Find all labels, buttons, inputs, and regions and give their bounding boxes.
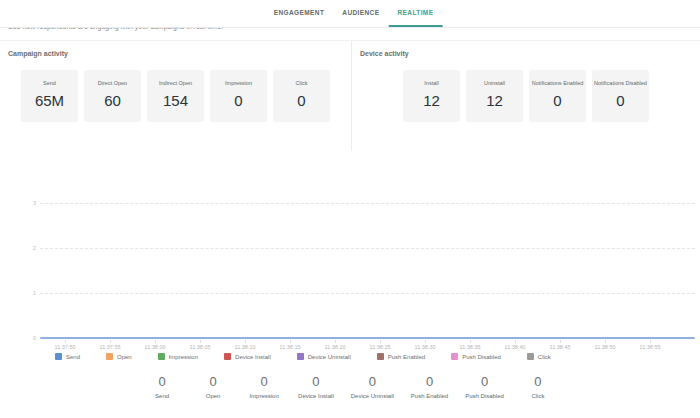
x-tick-mark-9 [470,340,471,343]
campaign-card-impression: Impression0 [210,70,267,122]
card-label-impression: Impression [210,80,267,86]
stat-value-device-uninstall: 0 [351,374,394,389]
live-engagement-page: ENGAGEMENTAUDIENCEREALTIME LIVE ENGAGEME… [0,0,700,418]
legend-swatch-push-disabled [451,353,458,360]
card-value-click: 0 [273,92,330,109]
device-card-uninstall: Uninstall12 [466,70,523,122]
stat-open: 0Open [196,374,230,399]
x-tick-mark-10 [515,340,516,343]
stat-value-push-disabled: 0 [465,374,504,389]
y-gridline-1 [40,293,695,294]
card-value-direct-open: 60 [84,92,141,109]
legend-item-push-disabled[interactable]: Push Disabled [451,353,501,360]
x-tick-mark-11 [560,340,561,343]
legend-item-send[interactable]: Send [55,353,80,360]
x-tick-label-8: 11:38:30 [414,344,435,350]
card-value-install: 12 [403,92,460,109]
device-card-install: Install12 [403,70,460,122]
x-tick-label-2: 11:38:00 [144,344,165,350]
legend-swatch-push-enabled [377,353,384,360]
x-tick-label-0: 11:37:50 [54,344,75,350]
legend-item-impression[interactable]: Impression [158,353,198,360]
x-tick-label-5: 11:38:15 [279,344,300,350]
totals-row: 0Send0Open0Impression0Device Install0Dev… [0,374,700,399]
stat-value-send: 0 [145,374,179,389]
legend-label-click: Click [538,354,551,360]
x-tick-label-13: 11:38:55 [639,344,660,350]
card-value-send: 65M [21,92,78,109]
legend-item-push-enabled[interactable]: Push Enabled [377,353,425,360]
stat-label-send: Send [145,393,179,399]
tab-bar: ENGAGEMENTAUDIENCEREALTIME [0,0,700,28]
card-label-install: Install [403,80,460,86]
device-card-notifications-enabled: Notifications Enabled0 [529,70,586,122]
campaign-card-click: Click0 [273,70,330,122]
stat-device-uninstall: 0Device Uninstall [351,374,394,399]
legend-label-open: Open [117,354,132,360]
tab-audience[interactable]: AUDIENCE [333,0,388,27]
x-tick-mark-8 [425,340,426,343]
campaign-card-send: Send65M [21,70,78,122]
x-tick-label-7: 11:38:25 [369,344,390,350]
campaign-activity-title: Campaign activity [8,50,351,57]
x-tick-label-9: 11:38:35 [459,344,480,350]
legend-label-impression: Impression [169,354,198,360]
x-tick-label-6: 11:38:20 [324,344,345,350]
x-tick-label-12: 11:38:50 [594,344,615,350]
stat-device-install: 0Device Install [298,374,334,399]
campaign-card-direct-open: Direct Open60 [84,70,141,122]
chart-legend: SendOpenImpressionDevice InstallDevice U… [55,353,551,360]
legend-swatch-impression [158,353,165,360]
stat-impression: 0Impression [247,374,281,399]
x-tick-mark-2 [155,340,156,343]
stat-label-open: Open [196,393,230,399]
y-tick-label-1: 1 [24,290,36,296]
card-value-uninstall: 12 [466,92,523,109]
stat-value-device-install: 0 [298,374,334,389]
device-card-notifications-disabled: Notifications Disabled0 [592,70,649,122]
card-label-notifications-enabled: Notifications Enabled [529,80,586,86]
x-tick-mark-12 [605,340,606,343]
y-gridline-2 [40,248,695,249]
x-tick-mark-6 [335,340,336,343]
card-label-indirect-open: Indirect Open [147,80,204,86]
y-tick-label-0: 0 [24,335,36,341]
legend-item-device-install[interactable]: Device Install [224,353,271,360]
stat-push-enabled: 0Push Enabled [411,374,448,399]
x-tick-mark-1 [110,340,111,343]
x-tick-label-11: 11:38:45 [549,344,570,350]
legend-item-device-uninstall[interactable]: Device Uninstall [297,353,351,360]
stat-value-click: 0 [521,374,555,389]
card-value-notifications-enabled: 0 [529,92,586,109]
legend-item-open[interactable]: Open [106,353,132,360]
x-tick-label-4: 11:38:10 [234,344,255,350]
legend-swatch-click [527,353,534,360]
legend-item-click[interactable]: Click [527,353,551,360]
device-activity-title: Device activity [360,50,700,57]
x-tick-label-10: 11:38:40 [504,344,525,350]
x-tick-mark-7 [380,340,381,343]
legend-swatch-open [106,353,113,360]
card-label-notifications-disabled: Notifications Disabled [592,80,649,86]
campaign-cards: Send65MDirect Open60Indirect Open154Impr… [0,70,351,122]
stat-label-click: Click [521,393,555,399]
stat-push-disabled: 0Push Disabled [465,374,504,399]
x-tick-mark-13 [650,340,651,343]
card-value-impression: 0 [210,92,267,109]
stat-value-open: 0 [196,374,230,389]
tab-realtime[interactable]: REALTIME [388,0,442,27]
legend-swatch-send [55,353,62,360]
device-cards: Install12Uninstall12Notifications Enable… [352,70,700,122]
chart-zero-value-line [40,337,695,339]
card-value-indirect-open: 154 [147,92,204,109]
stat-label-device-uninstall: Device Uninstall [351,393,394,399]
stat-send: 0Send [145,374,179,399]
tab-engagement[interactable]: ENGAGEMENT [265,0,334,27]
device-activity-section: Device activity Install12Uninstall12Noti… [352,41,700,151]
realtime-line-chart: 321011:37:5011:37:5511:38:0011:38:0511:3… [0,180,700,350]
legend-label-device-uninstall: Device Uninstall [308,354,351,360]
card-label-click: Click [273,80,330,86]
tabs-group: ENGAGEMENTAUDIENCEREALTIME [265,0,443,27]
stat-click: 0Click [521,374,555,399]
x-tick-mark-0 [65,340,66,343]
